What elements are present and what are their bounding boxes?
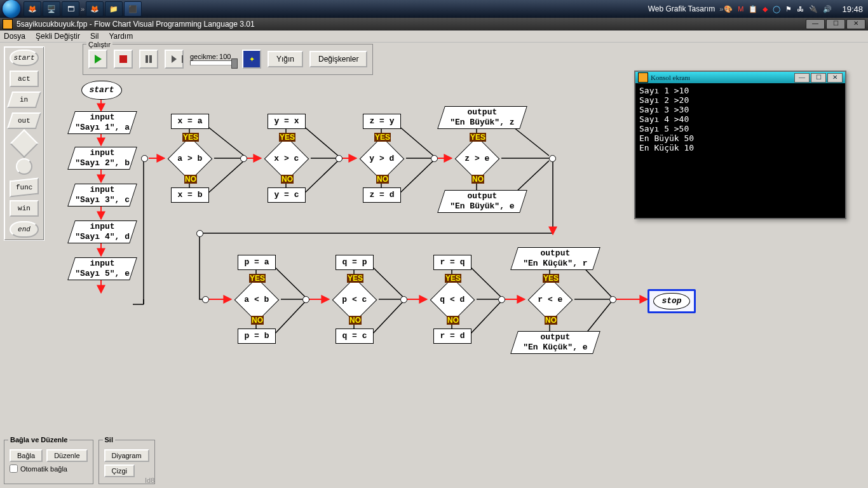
node-big-yes-1[interactable]: x = a — [171, 114, 209, 129]
connector-dot[interactable] — [498, 296, 505, 303]
node-big-no-3[interactable]: z = d — [363, 187, 401, 203]
panel-legend: Sil — [103, 436, 115, 444]
taskbar-app-2[interactable]: 🖥️ — [43, 1, 60, 17]
node-stop[interactable]: stop — [648, 289, 696, 313]
palette-decision[interactable] — [10, 129, 38, 158]
tray-icon-4[interactable]: ◆ — [763, 5, 768, 13]
palette-out[interactable]: out — [7, 112, 41, 129]
tray-icon-1[interactable]: 🎨 — [724, 5, 733, 13]
connector-dot[interactable] — [609, 296, 616, 303]
tray-icon-flag[interactable]: ⚑ — [785, 5, 792, 13]
taskbar-clock[interactable]: 19:48 — [837, 4, 868, 14]
auto-connect-checkbox[interactable]: Otomatik bağla — [10, 464, 88, 473]
auto-connect-label: Otomatik bağla — [20, 465, 67, 473]
tray-icon-net[interactable]: 🖧 — [797, 5, 804, 13]
node-small-no-2[interactable]: q = c — [336, 329, 374, 344]
taskbar-app-flowchart[interactable]: ⬛ — [124, 1, 142, 17]
console-close[interactable]: ✕ — [827, 73, 843, 83]
node-input-4[interactable]: input"Sayı 4", d — [67, 220, 137, 243]
run-step-button[interactable] — [165, 50, 184, 69]
run-pause-button[interactable] — [139, 50, 158, 69]
start-orb[interactable] — [3, 0, 20, 18]
palette-act[interactable]: act — [10, 71, 39, 87]
variables-button[interactable]: Değişkenler — [309, 51, 367, 67]
node-big-yes-3[interactable]: z = y — [363, 114, 401, 129]
node-input-2[interactable]: input"Sayı 2", b — [67, 147, 137, 170]
taskbar-app-1[interactable]: 🦊 — [24, 1, 41, 17]
tray-icon-3[interactable]: 📋 — [749, 5, 757, 13]
palette-end[interactable]: end — [10, 221, 39, 238]
node-start[interactable]: start — [81, 81, 122, 100]
tag-yes: YES — [543, 274, 559, 283]
node-small-no-1[interactable]: p = b — [238, 329, 276, 344]
tray-icon-2[interactable]: M — [738, 5, 743, 13]
node-small-no-3[interactable]: r = d — [433, 329, 471, 344]
node-big-yes-2[interactable]: y = x — [268, 114, 306, 129]
palette-start[interactable]: start — [10, 50, 39, 66]
node-small-yes-3[interactable]: r = q — [433, 255, 471, 270]
connector-dot[interactable] — [240, 155, 247, 162]
connector-dot[interactable] — [336, 155, 342, 162]
node-input-5[interactable]: input"Sayı 5", e — [67, 257, 137, 280]
console-minimize[interactable]: — — [794, 73, 810, 83]
menu-sekli-degistir[interactable]: Şekli Değiştir — [36, 32, 80, 41]
tag-yes: YES — [347, 274, 363, 283]
console-title: Konsol ekranı — [651, 74, 690, 81]
node-input-1[interactable]: input"Sayı 1", a — [67, 111, 137, 134]
node-small-yes-2[interactable]: q = p — [336, 255, 374, 270]
stack-button[interactable]: Yığın — [268, 51, 303, 67]
delay-label: gecikme: — [190, 53, 218, 60]
run-stop-button[interactable] — [114, 50, 133, 69]
palette-connector[interactable] — [16, 158, 32, 175]
tag-yes: YES — [374, 133, 391, 142]
node-small-yes-out[interactable]: output"En Küçük", r — [510, 247, 600, 270]
app-window: 5sayikucukbuyuk.fpp - Flow Chart Visual … — [0, 18, 868, 488]
run-play-button[interactable] — [88, 50, 107, 69]
node-stop-inner: stop — [653, 293, 690, 309]
tray-icon-power[interactable]: 🔌 — [809, 5, 818, 13]
console-maximize[interactable]: ☐ — [811, 73, 826, 83]
node-input-3[interactable]: input"Sayı 3", c — [67, 184, 137, 207]
node-big-no-out[interactable]: output"En Büyük", e — [437, 190, 527, 213]
connector-dot[interactable] — [549, 155, 556, 162]
node-big-no-1[interactable]: x = b — [171, 187, 209, 203]
run-flag-button[interactable]: ✦ — [242, 50, 261, 69]
connector-dot[interactable] — [302, 296, 309, 303]
node-small-yes-1[interactable]: p = a — [238, 255, 276, 270]
delay-slider[interactable] — [190, 60, 236, 65]
console-window[interactable]: Konsol ekranı — ☐ ✕ Sayı 1 >10 Sayı 2 >2… — [634, 71, 846, 219]
console-titlebar[interactable]: Konsol ekranı — ☐ ✕ — [635, 72, 845, 83]
menu-yardim[interactable]: Yardım — [109, 32, 133, 41]
taskbar-app-3[interactable]: 🗔 — [62, 1, 79, 17]
node-big-no-2[interactable]: y = c — [268, 187, 306, 203]
taskbar-app-firefox[interactable]: 🦊 — [86, 1, 104, 17]
node-small-no-out[interactable]: output"En Küçük", e — [510, 331, 600, 354]
duzenle-button[interactable]: Düzenle — [46, 449, 87, 462]
connector-dot[interactable] — [141, 155, 148, 162]
connector-dot[interactable] — [400, 296, 407, 303]
tray-icon-vol[interactable]: 🔊 — [823, 5, 832, 13]
delay-value: 100 — [219, 53, 231, 60]
tray-icon-5[interactable]: ◯ — [773, 5, 780, 13]
menu-sil[interactable]: Sil — [90, 32, 98, 41]
palette-in[interactable]: in — [7, 92, 41, 108]
delete-line-button[interactable]: Çizgi — [104, 464, 135, 477]
menu-dosya[interactable]: Dosya — [4, 32, 25, 41]
connector-dot[interactable] — [202, 296, 209, 303]
palette-func[interactable]: func — [10, 178, 39, 198]
auto-connect-input[interactable] — [10, 464, 18, 473]
delete-diagram-button[interactable]: Diyagram — [104, 449, 149, 462]
tag-yes: YES — [445, 274, 461, 283]
connector-dot[interactable] — [196, 230, 203, 237]
bagla-button[interactable]: Bağla — [10, 449, 43, 462]
window-minimize[interactable]: — — [806, 19, 825, 29]
node-big-yes-out[interactable]: output"En Büyük", z — [437, 106, 527, 129]
window-close[interactable]: ✕ — [846, 19, 865, 29]
palette-win[interactable]: win — [10, 200, 39, 217]
c-line: Sayı 2 >20 — [639, 95, 689, 105]
window-maximize[interactable]: ☐ — [826, 19, 845, 29]
taskbar-separator: » — [80, 5, 85, 13]
tag-no: NO — [471, 175, 484, 184]
taskbar-app-explorer[interactable]: 📁 — [105, 1, 123, 17]
connector-dot[interactable] — [431, 155, 438, 162]
